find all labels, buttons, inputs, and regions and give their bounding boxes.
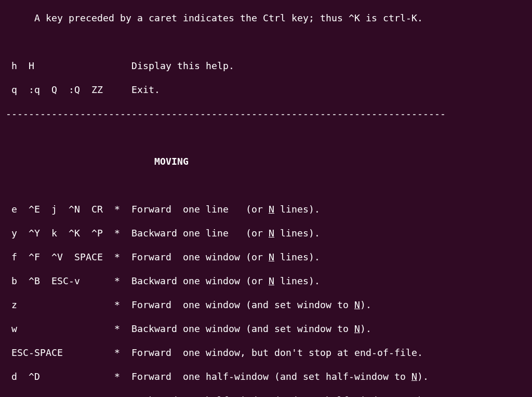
moving-desc-post: lines). — [274, 204, 320, 215]
moving-row: b ^B ESC-v * Backward one window (or N l… — [0, 275, 532, 287]
moving-keys: f ^F ^V SPACE * — [0, 252, 131, 262]
quit-cmd-desc: Exit. — [131, 84, 160, 95]
terminal-viewport[interactable]: A key preceded by a caret indicates the … — [0, 0, 532, 397]
moving-desc-pre: Forward one line (or — [131, 204, 269, 215]
quit-cmd-keys: q :q Q :Q ZZ — [0, 84, 131, 95]
moving-desc-pre: Forward one half-window (and set half-wi… — [131, 371, 411, 382]
help-cmd-keys: h H — [0, 60, 131, 71]
moving-keys: z * — [0, 299, 131, 310]
moving-desc-pre: Backward one window (and set window to — [131, 323, 354, 334]
moving-desc-post: lines). — [274, 228, 320, 239]
moving-desc-post: lines). — [274, 252, 320, 262]
moving-row: e ^E j ^N CR * Forward one line (or N li… — [0, 203, 532, 215]
moving-desc-pre: Forward one window, but don't stop at en… — [131, 347, 423, 358]
moving-keys: e ^E j ^N CR * — [0, 204, 131, 215]
moving-desc-pre: Forward one window (or — [131, 252, 269, 262]
divider: ----------------------------------------… — [0, 108, 532, 120]
n-arg: N — [411, 395, 417, 397]
moving-desc-post: ). — [360, 299, 371, 310]
moving-row: ESC-SPACE * Forward one window, but don'… — [0, 347, 532, 359]
moving-desc-post: lines). — [274, 275, 320, 286]
help-cmd-desc: Display this help. — [131, 60, 234, 71]
help-cmd-row: h H Display this help. — [0, 60, 532, 72]
moving-row: d ^D * Forward one half-window (and set … — [0, 370, 532, 382]
moving-desc-post: ). — [417, 371, 429, 382]
moving-desc-post: ). — [360, 323, 371, 334]
moving-row: z * Forward one window (and set window t… — [0, 299, 532, 311]
moving-desc-pre: Backward one line (or — [131, 228, 269, 239]
moving-row: f ^F ^V SPACE * Forward one window (or N… — [0, 251, 532, 263]
moving-row: w * Backward one window (and set window … — [0, 323, 532, 335]
moving-desc-post: ). — [417, 395, 429, 397]
moving-keys: ESC-SPACE * — [0, 347, 131, 358]
section-heading-moving: MOVING — [0, 155, 532, 167]
blank-line — [0, 179, 532, 191]
intro-line: A key preceded by a caret indicates the … — [0, 12, 532, 24]
n-arg: N — [269, 275, 274, 286]
moving-desc-pre: Forward one window (and set window to — [131, 299, 354, 310]
moving-keys: b ^B ESC-v * — [0, 275, 131, 286]
quit-cmd-row: q :q Q :Q ZZ Exit. — [0, 84, 532, 96]
n-arg: N — [354, 299, 360, 310]
n-arg: N — [411, 371, 417, 382]
blank-line — [0, 36, 532, 48]
moving-row: u ^U * Backward one half-window (and set… — [0, 394, 532, 397]
moving-keys: d ^D * — [0, 371, 131, 382]
moving-keys: u ^U * — [0, 395, 131, 397]
n-arg: N — [269, 228, 274, 239]
moving-keys: y ^Y k ^K ^P * — [0, 228, 131, 239]
moving-desc-pre: Backward one half-window (and set half-w… — [131, 395, 411, 397]
n-arg: N — [269, 204, 274, 215]
moving-row: y ^Y k ^K ^P * Backward one line (or N l… — [0, 227, 532, 239]
moving-keys: w * — [0, 323, 131, 334]
blank-line — [0, 131, 532, 143]
moving-desc-pre: Backward one window (or — [131, 275, 269, 286]
n-arg: N — [269, 252, 274, 262]
n-arg: N — [354, 323, 360, 334]
